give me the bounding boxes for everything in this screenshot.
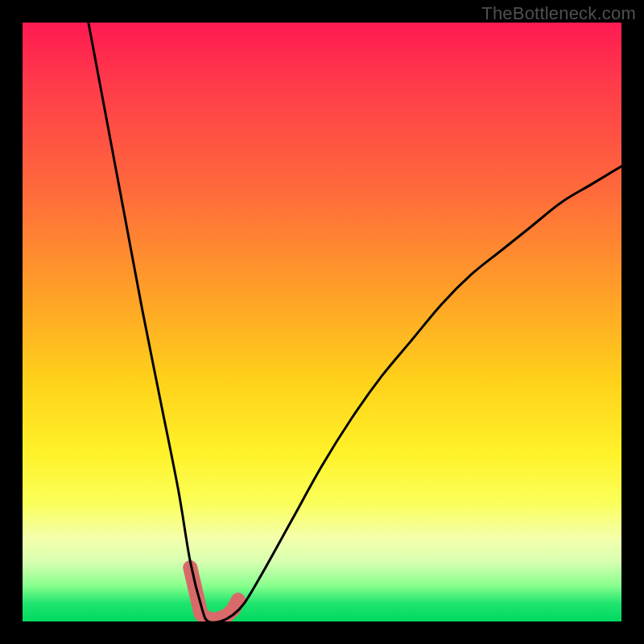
watermark-text: TheBottleneck.com bbox=[481, 3, 636, 24]
plot-area bbox=[23, 23, 621, 621]
outer-frame: TheBottleneck.com bbox=[0, 0, 644, 644]
bottleneck-curve-svg bbox=[23, 23, 621, 621]
bottleneck-curve-path bbox=[89, 23, 621, 621]
